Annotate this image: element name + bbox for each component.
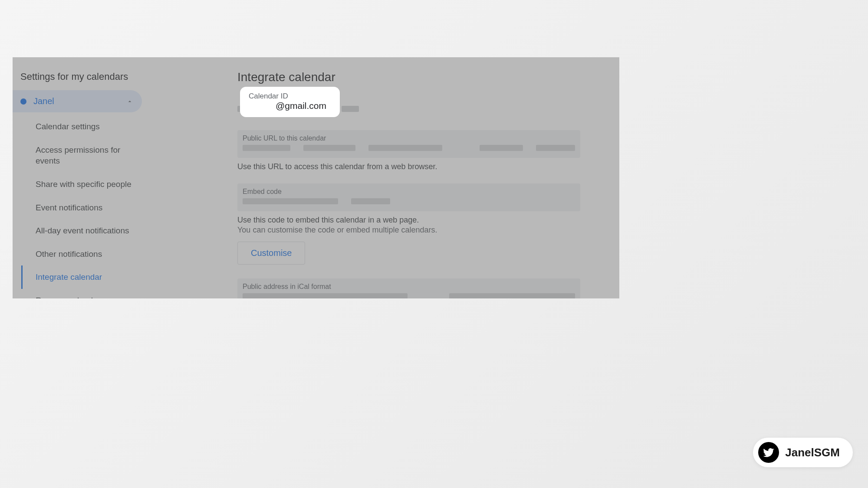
input-label: Embed code xyxy=(243,188,575,196)
nav-calendar-settings[interactable]: Calendar settings xyxy=(21,115,147,138)
sidebar: Settings for my calendars Janel Calendar… xyxy=(13,57,156,298)
public-url-helper: Use this URL to access this calendar fro… xyxy=(237,162,602,171)
calendar-header[interactable]: Janel xyxy=(13,90,142,112)
settings-window: Settings for my calendars Janel Calendar… xyxy=(13,57,619,298)
nav-access-permissions[interactable]: Access permissions for events xyxy=(21,138,147,173)
nav-items: Calendar settings Access permissions for… xyxy=(13,115,156,298)
chevron-up-icon xyxy=(125,97,134,106)
ical-input[interactable]: Public address in iCal format xyxy=(237,278,580,298)
public-url-input[interactable]: Public URL to this calendar xyxy=(237,130,580,158)
embed-sub: You can customise the code or embed mult… xyxy=(237,226,602,235)
customise-button[interactable]: Customise xyxy=(237,242,305,265)
ical-block: Public address in iCal format xyxy=(237,278,602,298)
page-title: Integrate calendar xyxy=(237,70,602,84)
embed-block: Embed code Use this code to embed this c… xyxy=(237,183,602,265)
sidebar-heading: Settings for my calendars xyxy=(13,66,156,90)
calendar-id-highlight: Calendar ID @gmail.com xyxy=(240,87,340,117)
calendar-color-dot xyxy=(20,98,26,105)
nav-other-notifications[interactable]: Other notifications xyxy=(21,242,147,266)
input-label: Public address in iCal format xyxy=(243,283,575,291)
input-label: Public URL to this calendar xyxy=(243,134,575,142)
calendar-id-label: Calendar ID xyxy=(249,92,331,101)
nav-integrate-calendar[interactable]: Integrate calendar xyxy=(21,265,147,289)
main-panel: Integrate calendar Public URL to this ca… xyxy=(156,57,619,298)
embed-input[interactable]: Embed code xyxy=(237,183,580,211)
nav-event-notifications[interactable]: Event notifications xyxy=(21,196,147,219)
twitter-icon xyxy=(758,442,779,463)
nav-remove-calendar[interactable]: Remove calendar xyxy=(21,289,147,298)
public-url-block: Public URL to this calendar Use this URL… xyxy=(237,130,602,171)
attribution-pill[interactable]: JanelSGM xyxy=(753,438,853,467)
calendar-name: Janel xyxy=(33,96,125,106)
nav-all-day-notifications[interactable]: All-day event notifications xyxy=(21,219,147,242)
calendar-id-value: @gmail.com xyxy=(249,101,331,111)
attribution-handle: JanelSGM xyxy=(785,446,840,459)
embed-helper: Use this code to embed this calendar in … xyxy=(237,216,602,225)
nav-share[interactable]: Share with specific people xyxy=(21,173,147,196)
